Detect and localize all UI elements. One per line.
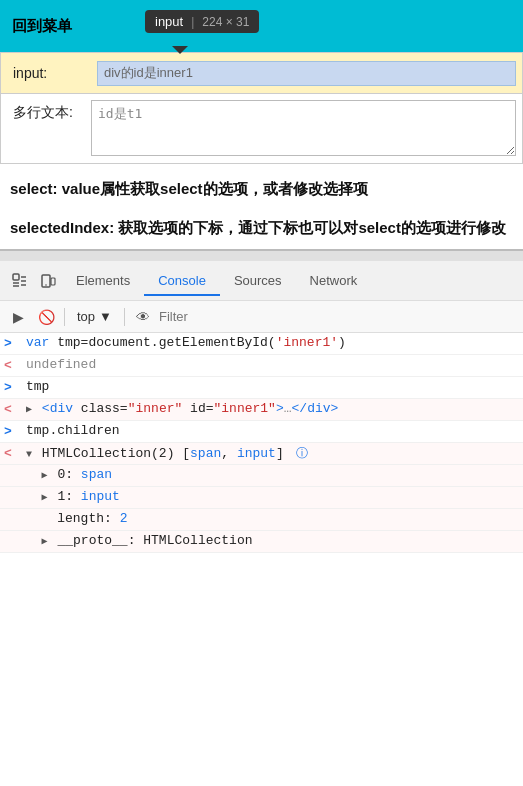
input-cell — [91, 57, 522, 90]
console-text: ▼ HTMLCollection(2) [span, input] ⓘ — [26, 445, 519, 462]
tooltip-divider: | — [191, 15, 194, 29]
content-area: input: 多行文本: id是t1 select: value属性获取sele… — [0, 52, 523, 249]
ban-icon[interactable]: 🚫 — [34, 305, 58, 329]
console-text: undefined — [26, 357, 519, 372]
tooltip-bubble: input | 224 × 31 — [145, 10, 259, 33]
console-toolbar: ▶ 🚫 top ▼ 👁 — [0, 301, 523, 333]
console-text: ▶ 1: input — [26, 489, 519, 504]
select-description: select: value属性获取select的选项，或者修改选择项 — [0, 164, 523, 207]
tab-console[interactable]: Console — [144, 267, 220, 296]
console-text: tmp — [26, 379, 519, 394]
prompt-out: < — [4, 445, 22, 461]
console-line: > tmp — [0, 377, 523, 399]
chevron-down-icon: ▼ — [99, 309, 112, 324]
console-text: tmp.children — [26, 423, 519, 438]
textarea-label: 多行文本: — [1, 94, 91, 132]
back-button[interactable]: 回到菜单 — [12, 17, 72, 36]
device-icon[interactable] — [34, 267, 62, 295]
svg-rect-2 — [51, 278, 55, 285]
expand-icon[interactable]: ▶ — [26, 404, 32, 415]
top-bar: 回到菜单 input | 224 × 31 — [0, 0, 523, 52]
prompt-empty — [4, 489, 22, 490]
expand-icon2[interactable]: ▶ — [42, 470, 48, 481]
console-text: ▶ __proto__: HTMLCollection — [26, 533, 519, 548]
console-line: < ▶ <div class="inner" id="inner1">…</di… — [0, 399, 523, 421]
collapse-icon[interactable]: ▼ — [26, 449, 32, 460]
console-text: ▶ 0: span — [26, 467, 519, 482]
console-text: var tmp=document.getElementById('inner1'… — [26, 335, 519, 350]
console-line: length: 2 — [0, 509, 523, 531]
console-line: ▶ 1: input — [0, 487, 523, 509]
scroll-bar[interactable] — [0, 251, 523, 261]
expand-icon3[interactable]: ▶ — [42, 492, 48, 503]
console-output: > var tmp=document.getElementById('inner… — [0, 333, 523, 553]
input-label: input: — [1, 57, 91, 89]
prompt-out: < — [4, 357, 22, 373]
run-icon[interactable]: ▶ — [6, 305, 30, 329]
console-line: ▶ 0: span — [0, 465, 523, 487]
svg-point-3 — [45, 284, 47, 286]
console-text: length: 2 — [26, 511, 519, 526]
devtools-panel: Elements Console Sources Network ▶ 🚫 top… — [0, 249, 523, 553]
selectedindex-description: selectedIndex: 获取选项的下标，通过下标也可以对select的选项… — [0, 207, 523, 250]
context-selector[interactable]: top ▼ — [71, 307, 118, 326]
console-text: ▶ <div class="inner" id="inner1">…</div> — [26, 401, 519, 416]
prompt-in: > — [4, 379, 22, 395]
input-field[interactable] — [97, 61, 516, 86]
prompt-empty — [4, 533, 22, 534]
prompt-empty — [4, 511, 22, 512]
console-line: > var tmp=document.getElementById('inner… — [0, 333, 523, 355]
expand-icon4[interactable]: ▶ — [42, 536, 48, 547]
textarea-row: 多行文本: id是t1 — [0, 94, 523, 164]
prompt-in: > — [4, 423, 22, 439]
prompt-in: > — [4, 335, 22, 351]
console-line: < undefined — [0, 355, 523, 377]
console-line: > tmp.children — [0, 421, 523, 443]
tab-elements[interactable]: Elements — [62, 267, 144, 296]
tooltip-arrow — [172, 46, 188, 54]
tab-sources[interactable]: Sources — [220, 267, 296, 296]
info-icon[interactable]: ⓘ — [296, 447, 308, 461]
toolbar-separator — [64, 308, 65, 326]
filter-input[interactable] — [159, 309, 517, 324]
prompt-empty — [4, 467, 22, 468]
tab-network[interactable]: Network — [296, 267, 372, 296]
context-label: top — [77, 309, 95, 324]
svg-rect-0 — [13, 274, 19, 280]
inspect-icon[interactable] — [6, 267, 34, 295]
console-line: ▶ __proto__: HTMLCollection — [0, 531, 523, 553]
eye-icon[interactable]: 👁 — [131, 305, 155, 329]
textarea-field[interactable]: id是t1 — [91, 100, 516, 156]
prompt-out: < — [4, 401, 22, 417]
tooltip-dims: 224 × 31 — [202, 15, 249, 29]
devtools-tabs-bar: Elements Console Sources Network — [0, 261, 523, 301]
toolbar-separator2 — [124, 308, 125, 326]
console-line: < ▼ HTMLCollection(2) [span, input] ⓘ — [0, 443, 523, 465]
tooltip-label: input — [155, 14, 183, 29]
input-row: input: — [0, 52, 523, 94]
